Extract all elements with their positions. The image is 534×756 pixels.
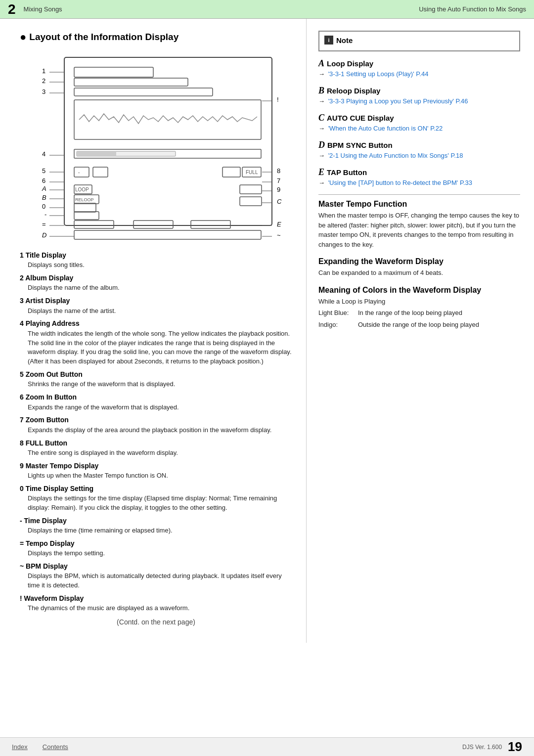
- svg-rect-17: [77, 151, 116, 156]
- right-column: i Note A Loop Display → '3-3-1 Setting u…: [307, 19, 534, 643]
- master-tempo-body: When the master tempo is OFF, changing t…: [318, 211, 520, 249]
- section-a: A Loop Display → '3-3-1 Setting up Loops…: [318, 58, 520, 78]
- list-item: 5 Zoom Out ButtonShrinks the range of th…: [20, 369, 292, 389]
- item-title: 2 Album Display: [20, 273, 292, 283]
- svg-rect-3: [74, 67, 153, 77]
- master-tempo-title: Master Tempo Function: [318, 200, 520, 209]
- svg-text:B: B: [42, 194, 46, 201]
- svg-text:~: ~: [277, 231, 281, 239]
- section-e-title: E TAP Button: [318, 167, 520, 178]
- list-item: - Time DisplayDisplays the time (time re…: [20, 516, 292, 535]
- section-a-label: Loop Display: [327, 59, 373, 68]
- item-desc: Shrinks the range of the waveform that i…: [28, 380, 292, 389]
- item-title: 3 Artist Display: [20, 296, 292, 306]
- svg-text:3: 3: [42, 88, 45, 95]
- information-display-diagram: 1 2 3 ! 4: [35, 52, 292, 240]
- svg-rect-56: [191, 221, 230, 228]
- header-left-title: Mixing Songs: [24, 5, 62, 13]
- svg-rect-42: [74, 203, 96, 212]
- item-desc: Displays the settings for the time displ…: [28, 494, 292, 513]
- main-content: ● Layout of the Information Display 1 2 …: [0, 19, 534, 643]
- contd-text: (Contd. on the next page): [20, 618, 292, 626]
- expanding-waveform-body: Can be expanded to a maximum of 4 beats.: [318, 268, 520, 278]
- item-title: ! Waveform Display: [20, 593, 292, 603]
- item-title: - Time Display: [20, 516, 292, 526]
- expanding-waveform-title: Expanding the Waveform Display: [318, 257, 520, 266]
- svg-text:E: E: [277, 221, 281, 228]
- section-b-link[interactable]: → '3-3-3 Playing a Loop you Set up Previ…: [318, 97, 520, 105]
- section-b-label: Reloop Display: [327, 87, 380, 95]
- colors-while-loop: While a Loop is Playing: [318, 297, 520, 307]
- svg-rect-9: [74, 88, 213, 96]
- item-desc: The dynamics of the music are displayed …: [28, 604, 292, 613]
- section-a-title: A Loop Display: [318, 58, 520, 69]
- header: 2 Mixing Songs Using the Auto Function t…: [0, 0, 534, 19]
- section-a-link[interactable]: → '3-3-1 Setting up Loops (Play)' P.44: [318, 70, 520, 78]
- header-page-number: 2: [8, 2, 16, 16]
- item-title: 9 Master Tempo Display: [20, 461, 292, 471]
- item-title: = Tempo Display: [20, 538, 292, 548]
- svg-text:5: 5: [42, 167, 45, 175]
- item-desc: Displays the time (time remaining or ela…: [28, 526, 292, 535]
- item-title: ~ BPM Display: [20, 561, 292, 571]
- footer-right: DJS Ver. 1.600 19: [462, 739, 522, 755]
- svg-text:RELOOP: RELOOP: [75, 197, 94, 202]
- footer: Index Contents DJS Ver. 1.600 19: [0, 737, 534, 756]
- color-desc-lightblue: In the range of the loop being played: [358, 308, 520, 318]
- item-desc: Expands the range of the waveform that i…: [28, 403, 292, 412]
- svg-text:-: -: [44, 211, 46, 218]
- section-d-title: D BPM SYNC Button: [318, 140, 520, 150]
- expanding-waveform-section: Expanding the Waveform Display Can be ex…: [318, 257, 520, 278]
- color-label-lightblue: Light Blue:: [318, 308, 358, 318]
- svg-text:4: 4: [42, 150, 45, 158]
- svg-rect-55: [134, 221, 173, 228]
- svg-text:C: C: [277, 198, 282, 205]
- color-desc-indigo: Outside the range of the loop being play…: [358, 320, 520, 330]
- item-title: 4 Playing Address: [20, 318, 292, 328]
- item-desc: Expands the display of the area around t…: [28, 426, 292, 435]
- item-desc: Displays the tempo setting.: [28, 549, 292, 558]
- list-item: 8 FULL ButtonThe entire song is displaye…: [20, 438, 292, 458]
- section-d-link[interactable]: → '2-1 Using the Auto Function to Mix So…: [318, 152, 520, 159]
- section-b-title: B Reloop Display: [318, 86, 520, 96]
- header-right-title: Using the Auto Function to Mix Songs: [419, 5, 526, 13]
- footer-index-link[interactable]: Index: [12, 743, 28, 751]
- svg-text:8: 8: [277, 167, 280, 175]
- list-item: 2 Album DisplayDisplays the name of the …: [20, 273, 292, 293]
- svg-rect-0: [64, 57, 272, 225]
- item-title: 8 FULL Button: [20, 438, 292, 448]
- list-item: 4 Playing AddressThe width indicates the…: [20, 318, 292, 366]
- footer-contents-link[interactable]: Contents: [43, 743, 68, 751]
- svg-rect-48: [240, 197, 262, 206]
- svg-text:1: 1: [42, 67, 45, 75]
- colors-body: While a Loop is Playing Light Blue: In t…: [318, 297, 520, 330]
- item-title: 7 Zoom Button: [20, 415, 292, 425]
- list-item: 9 Master Tempo DisplayLights up when the…: [20, 461, 292, 481]
- list-item: 6 Zoom In ButtonExpands the range of the…: [20, 392, 292, 412]
- section-heading: ● Layout of the Information Display: [20, 31, 292, 44]
- svg-rect-61: [74, 230, 261, 239]
- color-label-indigo: Indigo:: [318, 320, 358, 330]
- left-column: ● Layout of the Information Display 1 2 …: [0, 19, 307, 643]
- colors-section: Meaning of Colors in the Waveform Displa…: [318, 286, 520, 330]
- list-item: 0 Time Display SettingDisplays the setti…: [20, 484, 292, 513]
- svg-rect-24: [93, 167, 108, 177]
- item-title: 0 Time Display Setting: [20, 484, 292, 493]
- item-title: 6 Zoom In Button: [20, 392, 292, 402]
- svg-text:A: A: [42, 185, 46, 192]
- item-title: 1 Title Display: [20, 250, 292, 260]
- svg-text:2: 2: [42, 77, 45, 85]
- master-tempo-section: Master Tempo Function When the master te…: [318, 200, 520, 249]
- section-e-link[interactable]: → 'Using the [TAP] button to Re-detect t…: [318, 179, 520, 186]
- note-label: Note: [336, 36, 353, 44]
- svg-text:9: 9: [277, 186, 280, 193]
- svg-text:=: =: [42, 221, 46, 228]
- svg-text:FULL: FULL: [246, 170, 258, 175]
- item-desc: The entire song is displayed in the wave…: [28, 448, 292, 458]
- color-row-lightblue: Light Blue: In the range of the loop bei…: [318, 308, 520, 318]
- list-item: ! Waveform DisplayThe dynamics of the mu…: [20, 593, 292, 613]
- section-e-label: TAP Button: [327, 168, 367, 177]
- item-title: 5 Zoom Out Button: [20, 369, 292, 379]
- section-c-title: C AUTO CUE Display: [318, 113, 520, 123]
- section-c-link[interactable]: → 'When the Auto Cue function is ON' P.2…: [318, 125, 520, 132]
